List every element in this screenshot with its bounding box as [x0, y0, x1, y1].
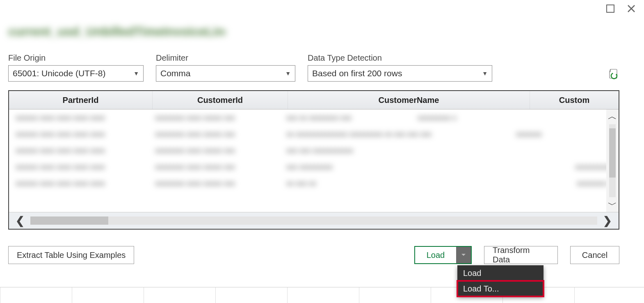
scroll-up-icon[interactable]: ︿: [608, 109, 617, 123]
load-dropdown-toggle[interactable]: [456, 247, 471, 263]
scroll-left-icon[interactable]: ❮: [13, 214, 27, 227]
csv-import-dialog: current_usd_UnbilledTimeInvoiceLineIte .…: [0, 0, 644, 303]
file-origin-label: File Origin: [8, 53, 144, 63]
file-origin-value: 65001: Unicode (UTF-8): [13, 68, 105, 78]
load-split-button: Load: [414, 246, 472, 264]
menu-item-load-to-label: Load To...: [463, 284, 499, 294]
scroll-down-icon[interactable]: ﹀: [608, 198, 617, 212]
extract-table-label: Extract Table Using Examples: [17, 251, 126, 260]
close-button[interactable]: [627, 4, 636, 13]
chevron-down-icon: ▼: [133, 70, 139, 77]
delimiter-value: Comma: [160, 68, 191, 78]
column-header-customerid[interactable]: CustomerId: [153, 91, 288, 109]
load-button-label: Load: [427, 251, 445, 260]
data-type-detection-option: Data Type Detection Based on first 200 r…: [308, 53, 492, 82]
file-origin-option: File Origin 65001: Unicode (UTF-8) ▼: [8, 53, 144, 82]
data-type-detection-label: Data Type Detection: [308, 53, 492, 63]
load-dropdown-menu: Load Load To...: [457, 265, 544, 296]
load-button[interactable]: Load: [415, 247, 456, 263]
data-type-detection-value: Based on first 200 rows: [312, 68, 402, 78]
transform-data-label: Transform Data: [493, 246, 549, 264]
column-header-partnerid[interactable]: PartnerId: [9, 91, 153, 109]
transform-data-button[interactable]: Transform Data: [484, 246, 558, 264]
vertical-scrollbar[interactable]: ︿ ﹀: [606, 109, 619, 212]
scroll-track[interactable]: [609, 124, 616, 197]
spreadsheet-background: [0, 287, 644, 303]
column-header-custom[interactable]: Custom: [530, 91, 619, 109]
file-name-title: current_usd_UnbilledTimeInvoiceLineIte .…: [8, 25, 226, 41]
grid-body: xxxxxx xxxx xxxx xxxx xxxxxxxxxxxx xxxx …: [9, 109, 619, 212]
table-row: xxxxxx xxxx xxxx xxxx xxxxxxxxxxxx xxxx …: [9, 109, 619, 126]
maximize-button[interactable]: [606, 5, 614, 13]
menu-item-load-label: Load: [463, 269, 482, 278]
window-controls: [606, 4, 636, 13]
hscroll-track[interactable]: [30, 216, 597, 225]
import-options-row: File Origin 65001: Unicode (UTF-8) ▼ Del…: [8, 53, 619, 82]
table-row: xxxxxx xxxx xxxx xxxx xxxxxxxxxxxx xxxx …: [9, 175, 619, 191]
scroll-thumb[interactable]: [609, 128, 616, 178]
data-preview-grid: PartnerId CustomerId CustomerName Custom…: [8, 90, 619, 230]
delimiter-dropdown[interactable]: Comma ▼: [156, 65, 295, 82]
data-type-detection-dropdown[interactable]: Based on first 200 rows ▼: [308, 65, 492, 82]
dialog-footer: Extract Table Using Examples Load Transf…: [8, 246, 619, 264]
column-header-customername[interactable]: CustomerName: [288, 91, 530, 109]
chevron-down-icon: ▼: [285, 70, 291, 77]
table-row: xxxxxx xxxx xxxx xxxx xxxxxxxxxxxx xxxx …: [9, 142, 619, 159]
svg-rect-0: [607, 5, 614, 12]
delimiter-option: Delimiter Comma ▼: [156, 53, 295, 82]
chevron-down-icon: [461, 253, 466, 257]
horizontal-scrollbar[interactable]: ❮ ❯: [9, 212, 619, 229]
refresh-button[interactable]: [608, 68, 619, 82]
extract-table-button[interactable]: Extract Table Using Examples: [8, 246, 134, 264]
menu-item-load-to[interactable]: Load To...: [457, 281, 544, 296]
chevron-down-icon: ▼: [482, 70, 488, 77]
delimiter-label: Delimiter: [156, 53, 295, 63]
table-row: xxxxxx xxxx xxxx xxxx xxxxxxxxxxxx xxxx …: [9, 126, 619, 142]
grid-header-row: PartnerId CustomerId CustomerName Custom: [9, 91, 619, 109]
cancel-button[interactable]: Cancel: [570, 246, 619, 264]
footer-right-group: Load Transform Data Cancel: [414, 246, 619, 264]
cancel-label: Cancel: [582, 251, 607, 260]
menu-item-load[interactable]: Load: [457, 265, 544, 281]
file-origin-dropdown[interactable]: 65001: Unicode (UTF-8) ▼: [8, 65, 144, 82]
hscroll-thumb[interactable]: [30, 216, 108, 225]
scroll-right-icon[interactable]: ❯: [601, 214, 614, 227]
table-row: xxxxxx xxxx xxxx xxxx xxxxxxxxxxxx xxxx …: [9, 159, 619, 175]
